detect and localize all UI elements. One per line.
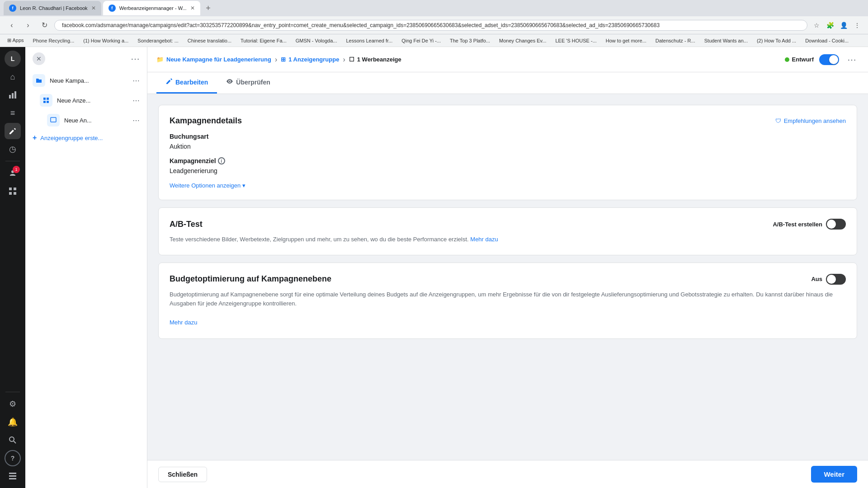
top-bar: 📁 Neue Kampagne für Leadgenerierung › ⊞ … <box>147 47 868 72</box>
kampagnenziel-info-icon[interactable]: i <box>218 157 225 164</box>
bookmark-16[interactable]: Download - Cooki... <box>802 37 852 44</box>
sidebar-grid-icon[interactable] <box>5 183 21 199</box>
bookmark-15[interactable]: (2) How To Add ... <box>753 37 800 44</box>
more-options-icon[interactable]: ⋮ <box>852 20 863 31</box>
campaign-details-header: Kampagnendetails 🛡 Empfehlungen ansehen <box>170 116 846 126</box>
sidebar-help-icon[interactable]: ? <box>5 450 21 466</box>
bookmark-icon[interactable]: ☆ <box>811 20 822 31</box>
expand-arrow-icon: ▾ <box>242 182 245 189</box>
browser-controls: ‹ › ↻ facebook.com/adsmanager/manage/cam… <box>0 16 868 34</box>
topbar-more-button[interactable]: ⋯ <box>844 52 859 67</box>
profile-icon[interactable]: 👤 <box>838 20 849 31</box>
recommendations-link[interactable]: 🛡 Empfehlungen ansehen <box>775 117 846 124</box>
status-dot <box>785 57 789 62</box>
sidebar-divider-2 <box>5 392 20 392</box>
nav-panel-more-button[interactable]: ⋯ <box>131 53 140 64</box>
draft-toggle[interactable] <box>819 54 839 65</box>
campaign-item-label: Neue Kampa... <box>50 77 128 84</box>
tab-bearbeiten[interactable]: Bearbeiten <box>156 72 217 94</box>
nav-adset-item[interactable]: Neue Anze... ⋯ <box>25 90 147 110</box>
breadcrumb-ad[interactable]: ☐ 1 Werbeanzeige <box>349 56 401 63</box>
bookmark-11[interactable]: LEE 'S HOUSE -... <box>552 37 600 44</box>
close-tab-facebook[interactable]: ✕ <box>91 5 96 11</box>
svg-rect-0 <box>9 95 11 99</box>
svg-rect-1 <box>12 93 14 99</box>
reload-button[interactable]: ↻ <box>38 19 51 32</box>
ab-toggle-area: A/B-Test erstellen <box>773 219 846 230</box>
bookmark-1[interactable]: Phone Recycling... <box>29 37 78 44</box>
bookmark-4[interactable]: Chinese translatio... <box>184 37 235 44</box>
breadcrumb-sep-2: › <box>343 56 345 64</box>
budget-toggle[interactable] <box>826 274 846 285</box>
nav-campaign-item[interactable]: Neue Kampa... ⋯ <box>25 70 147 90</box>
sidebar-edit-icon[interactable] <box>5 123 21 139</box>
address-bar[interactable]: facebook.com/adsmanager/manage/campaigns… <box>54 20 807 31</box>
tab-bar: Bearbeiten Überprüfen <box>147 72 868 94</box>
buchungsart-label: Buchungsart <box>170 133 846 140</box>
bookmark-14[interactable]: Student Wants an... <box>701 37 751 44</box>
sidebar-settings-icon[interactable]: ⚙ <box>5 396 21 412</box>
tab-facebook[interactable]: f Leon R. Chaudhari | Facebook ✕ <box>4 1 101 15</box>
bookmark-7[interactable]: Lessons Learned fr... <box>342 37 396 44</box>
svg-rect-10 <box>9 473 16 474</box>
forward-button[interactable]: › <box>22 19 34 32</box>
svg-rect-2 <box>14 91 16 99</box>
sidebar-table-icon[interactable] <box>5 468 21 484</box>
user-avatar[interactable]: L <box>5 51 21 67</box>
adset-item-label: Neue Anze... <box>57 97 128 104</box>
ab-test-link[interactable]: Mehr dazu <box>470 236 498 243</box>
sidebar-history-icon[interactable]: ◷ <box>5 141 21 157</box>
back-button[interactable]: ‹ <box>5 19 18 32</box>
sidebar-bell-icon[interactable]: 🔔 <box>5 414 21 430</box>
tab-adsmanager[interactable]: f Werbeanzeigenmanager - W... ✕ <box>103 1 200 15</box>
close-tab-adsmanager[interactable]: ✕ <box>190 5 195 11</box>
bookmark-13[interactable]: Datenschutz - R... <box>652 37 699 44</box>
svg-rect-11 <box>9 475 16 477</box>
nav-ad-item[interactable]: Neue An... ⋯ <box>25 110 147 130</box>
ad-item-label: Neue An... <box>64 117 128 124</box>
svg-line-9 <box>14 441 16 443</box>
bookmark-8[interactable]: Qing Fei De Yi -... <box>398 37 444 44</box>
content-area[interactable]: Kampagnendetails 🛡 Empfehlungen ansehen … <box>147 94 868 460</box>
bookmark-12[interactable]: How to get more... <box>602 37 650 44</box>
sidebar-search-icon[interactable] <box>5 432 21 448</box>
more-options-link[interactable]: Weitere Optionen anzeigen ▾ <box>170 182 245 189</box>
campaign-item-more[interactable]: ⋯ <box>132 76 140 85</box>
add-adgroup-button[interactable]: + Anzeigengruppe erste... <box>25 130 147 145</box>
breadcrumb-sep-1: › <box>275 56 277 64</box>
bookmark-6[interactable]: GMSN - Vologda... <box>292 37 341 44</box>
svg-rect-17 <box>51 117 56 122</box>
sidebar-home-icon[interactable]: ⌂ <box>5 69 21 85</box>
main-content: 📁 Neue Kampagne für Leadgenerierung › ⊞ … <box>147 47 868 488</box>
ab-toggle-knob <box>827 220 836 229</box>
svg-rect-7 <box>14 192 16 195</box>
bookmark-10[interactable]: Money Changes Ev... <box>495 37 550 44</box>
bookmark-3[interactable]: Sonderangebot: ... <box>134 37 182 44</box>
budget-toggle-knob <box>827 275 836 284</box>
ab-test-description: Teste verschiedene Bilder, Werbetexte, Z… <box>170 235 846 244</box>
sidebar-user-icon[interactable]: 1 <box>5 165 21 181</box>
tab-ueberpruefen[interactable]: Überprüfen <box>217 72 279 94</box>
breadcrumb-adgroup[interactable]: ⊞ 1 Anzeigengruppe <box>281 56 339 63</box>
tab-favicon-facebook: f <box>9 5 16 12</box>
ab-test-toggle[interactable] <box>826 219 846 230</box>
adgroup-breadcrumb-icon: ⊞ <box>281 56 286 63</box>
budget-link[interactable]: Mehr dazu <box>170 319 197 326</box>
status-label: Entwurf <box>792 56 814 63</box>
adset-item-more[interactable]: ⋯ <box>132 96 140 105</box>
close-button[interactable]: Schließen <box>158 467 207 482</box>
close-nav-panel-button[interactable]: ✕ <box>33 52 45 65</box>
breadcrumb-campaign[interactable]: 📁 Neue Kampagne für Leadgenerierung <box>156 56 271 63</box>
svg-rect-13 <box>43 98 46 100</box>
next-button[interactable]: Weiter <box>811 466 857 483</box>
bookmark-apps[interactable]: ⊞ Apps <box>4 37 28 44</box>
bookmark-5[interactable]: Tutorial: Eigene Fa... <box>237 37 290 44</box>
bookmark-9[interactable]: The Top 3 Platfo... <box>446 37 494 44</box>
sidebar-chart-icon[interactable] <box>5 87 21 103</box>
ad-item-more[interactable]: ⋯ <box>132 116 140 125</box>
svg-rect-16 <box>47 101 49 103</box>
add-tab-button[interactable]: + <box>202 2 215 14</box>
sidebar-menu-icon[interactable]: ≡ <box>5 105 21 121</box>
extensions-icon[interactable]: 🧩 <box>825 20 835 31</box>
bookmark-2[interactable]: (1) How Working a... <box>80 37 132 44</box>
